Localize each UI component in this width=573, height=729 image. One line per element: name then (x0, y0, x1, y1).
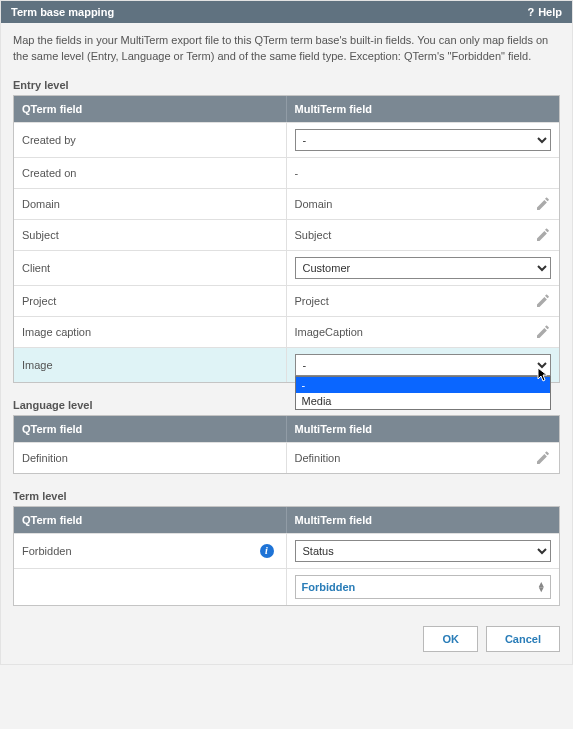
dialog-footer: OK Cancel (1, 614, 572, 664)
dialog-title: Term base mapping (11, 6, 114, 18)
table-row: Subject Subject (14, 219, 559, 250)
help-icon (527, 6, 534, 18)
table-row: Domain Domain (14, 188, 559, 219)
language-grid: QTerm field MultiTerm field Definition D… (13, 415, 560, 474)
status-value-select[interactable]: Forbidden ▴▾ (295, 575, 552, 599)
qterm-field-label: Project (14, 286, 287, 316)
language-grid-header: QTerm field MultiTerm field (14, 416, 559, 442)
qterm-field-label: Created by (14, 123, 287, 157)
col-header-qterm: QTerm field (14, 416, 287, 442)
edit-icon[interactable] (535, 324, 551, 340)
term-grid-header: QTerm field MultiTerm field (14, 507, 559, 533)
edit-icon[interactable] (535, 196, 551, 212)
qterm-field-label: Definition (14, 443, 287, 473)
table-row: Client Customer (14, 250, 559, 285)
qterm-field-label: Created on (14, 158, 287, 188)
multiterm-value: Domain (295, 198, 333, 210)
col-header-qterm: QTerm field (14, 507, 287, 533)
table-row: Image - - Media (14, 347, 559, 382)
edit-icon[interactable] (535, 293, 551, 309)
dropdown-option[interactable]: - (296, 377, 551, 393)
dialog-titlebar: Term base mapping Help (1, 1, 572, 23)
table-row: Forbidden Status (14, 533, 559, 568)
edit-icon[interactable] (535, 227, 551, 243)
table-row: Created on - (14, 157, 559, 188)
multiterm-value: Definition (295, 452, 341, 464)
multiterm-select-image[interactable]: - (295, 354, 552, 376)
multiterm-value: ImageCaption (295, 326, 364, 338)
empty-cell (14, 569, 287, 605)
qterm-field-label: Domain (14, 189, 287, 219)
cancel-button[interactable]: Cancel (486, 626, 560, 652)
help-label: Help (538, 6, 562, 18)
qterm-field-label: Image (14, 348, 287, 382)
qterm-field-label: Subject (14, 220, 287, 250)
col-header-multiterm: MultiTerm field (287, 96, 560, 122)
table-row: Image caption ImageCaption (14, 316, 559, 347)
multiterm-value: Subject (295, 229, 332, 241)
section-label-entry: Entry level (1, 71, 572, 95)
entry-grid-header: QTerm field MultiTerm field (14, 96, 559, 122)
col-header-multiterm: MultiTerm field (287, 507, 560, 533)
table-row: Forbidden ▴▾ (14, 568, 559, 605)
multiterm-select-created-by[interactable]: - (295, 129, 552, 151)
qterm-field-text: Forbidden (22, 545, 72, 557)
info-icon[interactable] (260, 544, 274, 558)
status-value-label: Forbidden (302, 581, 356, 593)
help-link[interactable]: Help (527, 6, 562, 18)
dropdown-option[interactable]: Media (296, 393, 551, 409)
multiterm-value: - (295, 167, 299, 179)
multiterm-select-client[interactable]: Customer (295, 257, 552, 279)
qterm-field-label: Image caption (14, 317, 287, 347)
edit-icon[interactable] (535, 450, 551, 466)
qterm-field-label: Forbidden (14, 534, 287, 568)
sort-caret-icon: ▴▾ (539, 582, 544, 592)
col-header-qterm: QTerm field (14, 96, 287, 122)
table-row: Definition Definition (14, 442, 559, 473)
ok-button[interactable]: OK (423, 626, 478, 652)
table-row: Project Project (14, 285, 559, 316)
entry-grid: QTerm field MultiTerm field Created by -… (13, 95, 560, 383)
dropdown-list-open: - Media (295, 376, 552, 410)
multiterm-select-forbidden[interactable]: Status (295, 540, 552, 562)
table-row: Created by - (14, 122, 559, 157)
term-grid: QTerm field MultiTerm field Forbidden St… (13, 506, 560, 606)
term-base-mapping-dialog: Term base mapping Help Map the fields in… (0, 0, 573, 665)
multiterm-value: Project (295, 295, 329, 307)
dialog-description: Map the fields in your MultiTerm export … (1, 23, 572, 71)
section-label-term: Term level (1, 482, 572, 506)
col-header-multiterm: MultiTerm field (287, 416, 560, 442)
qterm-field-label: Client (14, 251, 287, 285)
